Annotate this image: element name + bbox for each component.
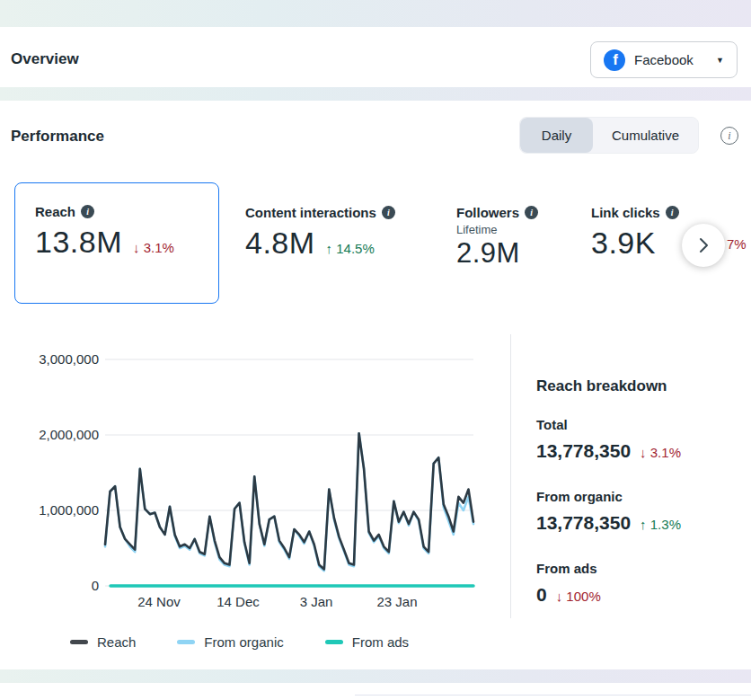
- breakdown-row-label: Total: [536, 417, 568, 432]
- card-label: Followers: [456, 205, 519, 220]
- bottom-gradient-band: [0, 669, 751, 683]
- x-axis-tick-label: 14 Dec: [216, 594, 260, 609]
- legend-item-from-ads[interactable]: From ads: [325, 634, 409, 650]
- page-selector-button[interactable]: f Facebook ▼: [590, 41, 738, 78]
- page-selector-label: Facebook: [634, 52, 707, 67]
- metric-delta: ↑ 14.5%: [326, 241, 375, 256]
- daily-cumulative-toggle: Daily Cumulative: [519, 117, 699, 154]
- legend-item-from-organic[interactable]: From organic: [177, 634, 283, 650]
- info-icon[interactable]: i: [382, 206, 395, 219]
- metric-card-content-interactions[interactable]: Content interactions i 4.8M ↑ 14.5%: [245, 182, 438, 261]
- arrow-up-icon: ↑: [326, 241, 333, 256]
- facebook-icon: f: [604, 49, 625, 71]
- performance-title: Performance: [11, 128, 104, 146]
- breakdown-row-delta: ↓ 3.1%: [640, 445, 681, 460]
- x-axis-tick-label: 23 Jan: [376, 594, 417, 609]
- metric-value: 2.9M: [456, 237, 520, 270]
- legend-label: From organic: [204, 634, 283, 650]
- card-label: Link clicks: [591, 205, 660, 220]
- metric-value: 13.8M: [35, 225, 122, 260]
- arrow-down-icon: ↓: [556, 589, 563, 604]
- info-icon[interactable]: i: [720, 127, 738, 145]
- card-label: Reach: [35, 204, 75, 219]
- tab-daily[interactable]: Daily: [520, 118, 593, 153]
- mid-gradient-band: [0, 87, 751, 101]
- breakdown-row-delta: ↓ 100%: [556, 589, 601, 604]
- reach-chart[interactable]: 01,000,0002,000,0003,000,00024 Nov14 Dec…: [0, 332, 503, 638]
- page-title: Overview: [11, 50, 79, 68]
- chevron-right-icon: [694, 236, 712, 254]
- top-gradient-band: [0, 0, 751, 27]
- card-label: Content interactions: [245, 205, 376, 220]
- y-axis-tick-label: 1,000,000: [9, 502, 99, 518]
- metric-value: 4.8M: [245, 226, 315, 261]
- breakdown-row-delta: ↑ 1.3%: [640, 517, 681, 532]
- card-sublabel: Lifetime: [456, 223, 582, 236]
- legend-swatch: [325, 640, 343, 644]
- metric-delta: ↓ 3.1%: [133, 240, 174, 255]
- legend-label: Reach: [97, 634, 136, 650]
- clipped-delta-text: 7%: [727, 236, 747, 252]
- legend-item-reach[interactable]: Reach: [70, 634, 136, 650]
- next-cards-button[interactable]: [682, 224, 725, 267]
- info-icon[interactable]: i: [666, 206, 679, 219]
- legend-swatch: [70, 640, 88, 644]
- series-line-reach: [105, 433, 473, 569]
- chart-plot[interactable]: [0, 332, 503, 602]
- series-line-from-organic: [105, 433, 473, 571]
- breakdown-row-value: 13,778,350: [536, 440, 631, 462]
- legend-swatch: [177, 640, 195, 644]
- y-axis-tick-label: 3,000,000: [9, 351, 99, 367]
- metric-value: 3.9K: [591, 226, 656, 261]
- arrow-up-icon: ↑: [640, 517, 647, 532]
- y-axis-tick-label: 2,000,000: [9, 427, 99, 442]
- metric-card-followers[interactable]: Followers i Lifetime 2.9M: [456, 182, 582, 270]
- y-axis-tick-label: 0: [9, 578, 99, 593]
- vertical-divider: [510, 334, 511, 618]
- arrow-down-icon: ↓: [133, 240, 140, 255]
- breakdown-row-label: From ads: [536, 561, 597, 576]
- next-section-top-border: [355, 695, 751, 696]
- chevron-down-icon: ▼: [716, 56, 724, 65]
- breakdown-row-value: 13,778,350: [536, 512, 631, 534]
- legend-label: From ads: [352, 634, 409, 650]
- metric-card-reach[interactable]: Reach i 13.8M ↓ 3.1%: [14, 182, 219, 304]
- breakdown-row-value: 0: [536, 584, 547, 606]
- chart-legend: ReachFrom organicFrom ads: [70, 634, 409, 650]
- tab-cumulative[interactable]: Cumulative: [593, 118, 698, 153]
- breakdown-row-label: From organic: [536, 489, 623, 504]
- x-axis-tick-label: 3 Jan: [300, 594, 333, 609]
- info-icon[interactable]: i: [525, 206, 538, 219]
- breakdown-title: Reach breakdown: [536, 377, 667, 395]
- x-axis-tick-label: 24 Nov: [137, 594, 181, 609]
- info-icon[interactable]: i: [81, 205, 94, 218]
- arrow-down-icon: ↓: [640, 445, 647, 460]
